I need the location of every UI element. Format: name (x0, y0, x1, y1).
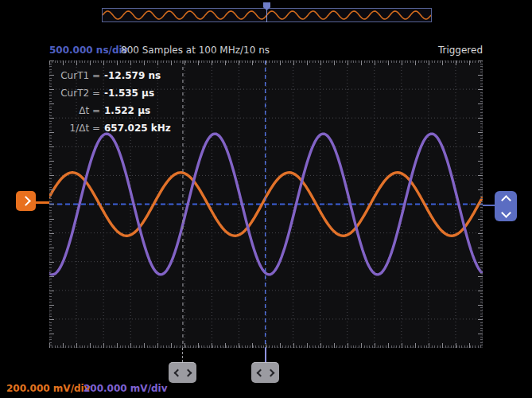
chevron-right-icon (21, 196, 31, 206)
cursor2-stem (182, 348, 183, 362)
trigger-position-stem (266, 10, 267, 22)
cursor1-stem (265, 348, 266, 362)
samples-info-label: 800 Samples at 100 MHz/10 ns (121, 45, 270, 56)
invdt-value: 657.025 kHz (104, 119, 171, 137)
cursor-readout-panel: CurT1 = -12.579 ns CurT2 = -1.535 µs Δt … (54, 67, 171, 137)
channel2-scale-label: 200.000 mV/div (83, 383, 168, 394)
channel1-offset-marker[interactable] (16, 191, 36, 211)
chevron-up-icon (501, 195, 511, 205)
curt2-value: -1.535 µs (104, 84, 154, 102)
readout-row-dt: Δt = 1.522 µs (54, 102, 171, 119)
cursor2-handle[interactable] (169, 362, 196, 383)
scope-plot-area[interactable]: CurT1 = -12.579 ns CurT2 = -1.535 µs Δt … (49, 60, 483, 348)
trigger-level-marker[interactable] (495, 191, 517, 221)
curt1-label: CurT1 = (54, 67, 100, 84)
chevron-left-icon (173, 369, 181, 377)
trigger-marker-link (483, 205, 495, 206)
channel1-scale-label: 200.000 mV/div (6, 383, 91, 394)
timebase-label: 500.000 ns/div (49, 45, 128, 56)
dt-value: 1.522 µs (104, 102, 150, 119)
oscilloscope-app: 500.000 ns/div 800 Samples at 100 MHz/10… (0, 0, 532, 398)
trigger-status-label: Triggered (438, 45, 483, 56)
chevron-right-icon (184, 369, 192, 377)
curt2-label: CurT2 = (54, 84, 100, 102)
readout-row-curt2: CurT2 = -1.535 µs (54, 84, 171, 102)
readout-row-invdt: 1/Δt = 657.025 kHz (54, 119, 171, 137)
cursor1-handle[interactable] (251, 362, 279, 383)
chevron-right-icon (266, 369, 274, 377)
curt1-value: -12.579 ns (104, 67, 161, 84)
channel1-marker-link (36, 201, 49, 204)
chevron-down-icon (501, 208, 511, 218)
chevron-left-icon (256, 369, 264, 377)
dt-label: Δt = (54, 102, 100, 119)
invdt-label: 1/Δt = (54, 119, 100, 137)
readout-row-curt1: CurT1 = -12.579 ns (54, 67, 171, 84)
